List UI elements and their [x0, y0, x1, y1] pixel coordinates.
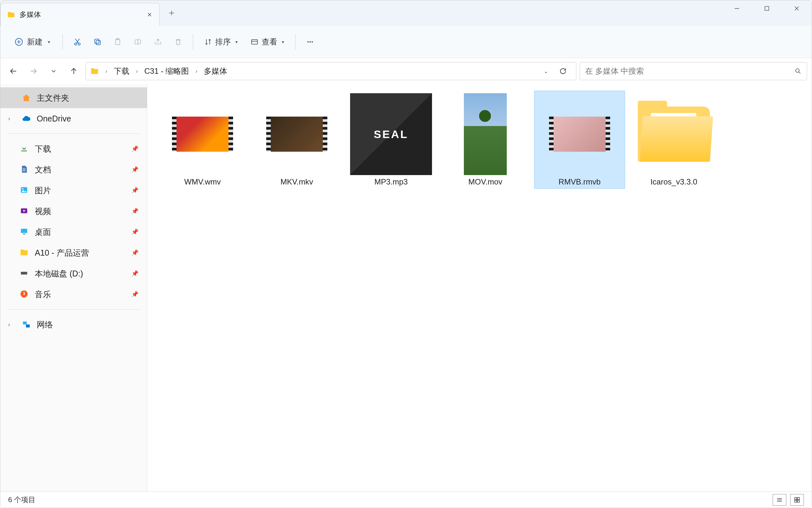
breadcrumb-segment[interactable]: 多媒体	[201, 65, 230, 78]
new-tab-button[interactable]	[163, 4, 181, 22]
desktop-icon	[20, 227, 29, 237]
chevron-right-icon: ›	[8, 115, 10, 122]
chevron-down-icon: ▾	[48, 39, 50, 44]
close-window-button[interactable]	[782, 0, 812, 16]
close-tab-icon[interactable]	[146, 11, 153, 18]
download-icon	[20, 144, 29, 153]
tab-title: 多媒体	[20, 10, 146, 19]
breadcrumb-segment[interactable]: C31 - 缩略图	[142, 65, 191, 78]
rename-button[interactable]	[129, 33, 147, 51]
paste-button[interactable]	[109, 33, 126, 51]
cloud-icon	[22, 114, 31, 123]
sidebar-item-drive-d[interactable]: 本地磁盘 (D:) 📌	[0, 263, 147, 284]
sort-button[interactable]: 排序 ▾	[199, 33, 243, 51]
sidebar-item-documents[interactable]: 文档 📌	[0, 159, 147, 180]
video-thumbnail	[538, 93, 621, 175]
svg-rect-5	[94, 39, 99, 43]
toolbar-divider	[295, 34, 296, 50]
back-button[interactable]	[5, 63, 22, 80]
video-thumbnail	[256, 93, 338, 175]
toolbar-divider	[193, 34, 193, 50]
file-item[interactable]: SEAL MP3.mp3	[346, 91, 436, 189]
file-name: MOV.mov	[468, 177, 502, 186]
file-name: WMV.wmv	[184, 177, 221, 186]
sidebar-item-label: OneDrive	[37, 114, 71, 123]
icons-view-button[interactable]	[790, 494, 804, 506]
file-name: RMVB.rmvb	[558, 177, 601, 186]
svg-point-11	[309, 41, 311, 43]
file-item[interactable]: WMV.wmv	[157, 91, 248, 189]
new-button[interactable]: 新建 ▾	[8, 33, 56, 51]
folder-icon	[7, 11, 15, 18]
sidebar-divider	[7, 309, 141, 309]
sidebar-item-pictures[interactable]: 图片 📌	[0, 180, 147, 201]
svg-rect-4	[96, 40, 101, 44]
minimize-button[interactable]	[722, 0, 752, 16]
chevron-down-icon[interactable]: ⌄	[544, 68, 548, 74]
cut-button[interactable]	[69, 33, 86, 51]
sidebar-item-label: 网络	[37, 319, 53, 330]
svg-point-19	[26, 273, 26, 273]
copy-button[interactable]	[89, 33, 106, 51]
sidebar-item-home[interactable]: 主文件夹	[0, 87, 147, 108]
file-item[interactable]: Icaros_v3.3.0	[628, 91, 719, 189]
breadcrumb-segment[interactable]: 下载	[111, 65, 132, 78]
svg-rect-9	[252, 40, 258, 44]
file-item[interactable]: MKV.mkv	[251, 91, 342, 189]
chevron-right-icon: ›	[136, 68, 138, 75]
svg-rect-26	[797, 500, 799, 502]
sidebar-item-onedrive[interactable]: › OneDrive	[0, 108, 147, 129]
video-icon	[20, 207, 29, 216]
svg-rect-17	[21, 229, 27, 233]
share-button[interactable]	[149, 33, 167, 51]
delete-button[interactable]	[169, 33, 187, 51]
document-icon	[20, 165, 29, 174]
file-item[interactable]: MOV.mov	[440, 91, 531, 189]
toolbar: 新建 ▾ 排序 ▾ 查看 ▾	[0, 26, 812, 58]
chevron-down-icon: ▾	[282, 39, 284, 44]
sort-button-label: 排序	[215, 37, 231, 47]
picture-icon	[20, 186, 29, 195]
pin-icon: 📌	[131, 270, 139, 277]
pin-icon: 📌	[131, 249, 139, 256]
more-button[interactable]	[301, 33, 319, 51]
sidebar-item-music[interactable]: 音乐 📌	[0, 284, 147, 305]
view-button[interactable]: 查看 ▾	[245, 33, 289, 51]
sidebar-item-label: A10 - 产品运营	[35, 248, 89, 258]
forward-button[interactable]	[25, 63, 42, 80]
folder-thumbnail	[632, 93, 715, 175]
home-icon	[22, 93, 31, 102]
sidebar-item-desktop[interactable]: 桌面 📌	[0, 221, 147, 242]
audio-thumbnail: SEAL	[350, 93, 432, 175]
sidebar-item-network[interactable]: › 网络	[0, 314, 147, 335]
chevron-down-icon: ▾	[235, 39, 238, 44]
file-explorer-window: 多媒体 新建 ▾	[0, 0, 812, 508]
body: 主文件夹 › OneDrive 下载 📌 文档 📌 图片 📌	[0, 84, 812, 492]
new-button-label: 新建	[27, 37, 43, 47]
file-grid[interactable]: WMV.wmv MKV.mkv SEAL MP3.mp3 MOV.mov RMV…	[147, 84, 812, 492]
sidebar-item-label: 视频	[35, 206, 51, 217]
search-box[interactable]	[580, 62, 807, 80]
details-view-button[interactable]	[773, 494, 786, 506]
history-dropdown[interactable]	[45, 63, 62, 80]
tab-multimedia[interactable]: 多媒体	[0, 3, 160, 26]
file-name: Icaros_v3.3.0	[651, 177, 697, 186]
sidebar-item-a10[interactable]: A10 - 产品运营 📌	[0, 242, 147, 263]
up-button[interactable]	[65, 63, 82, 80]
folder-icon	[20, 248, 29, 257]
pin-icon: 📌	[131, 145, 139, 152]
pin-icon: 📌	[131, 291, 139, 298]
video-thumbnail	[161, 93, 244, 175]
refresh-button[interactable]	[554, 63, 572, 80]
svg-rect-21	[23, 322, 27, 325]
svg-point-15	[22, 188, 24, 190]
breadcrumb[interactable]: › 下载 › C31 - 缩略图 › 多媒体 ⌄	[85, 62, 576, 80]
sidebar-item-videos[interactable]: 视频 📌	[0, 201, 147, 221]
sidebar-item-label: 文档	[35, 164, 51, 175]
sidebar-item-downloads[interactable]: 下载 📌	[0, 138, 147, 159]
svg-point-13	[796, 69, 799, 73]
file-item[interactable]: RMVB.rmvb	[534, 91, 625, 189]
search-input[interactable]	[585, 67, 795, 76]
search-icon[interactable]	[795, 68, 802, 75]
maximize-button[interactable]	[752, 0, 782, 16]
